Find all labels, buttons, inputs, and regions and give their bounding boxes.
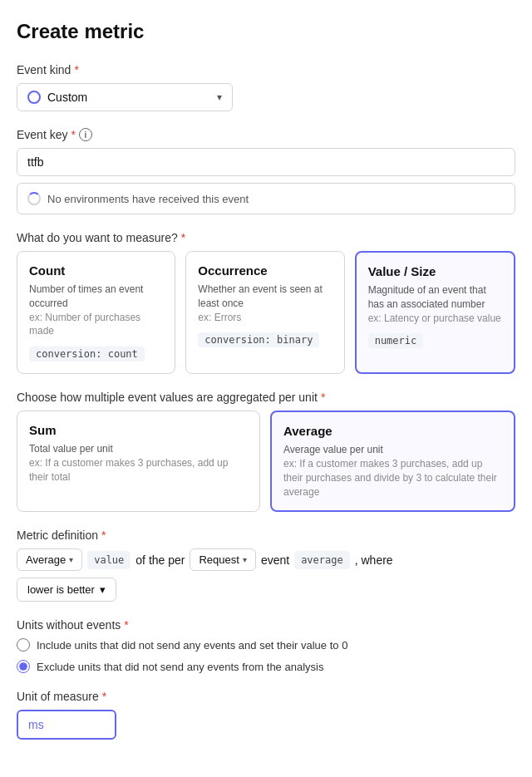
metric-definition-section: Metric definition * Average ▾ value of t… xyxy=(17,529,515,602)
event-kind-value: Custom xyxy=(47,91,87,104)
measure-label: What do you want to measure? * xyxy=(17,231,515,244)
event-kind-label: Event kind * xyxy=(17,63,515,76)
value-code: value xyxy=(87,551,131,569)
required-marker-5: * xyxy=(101,529,106,542)
event-text: event xyxy=(261,553,289,567)
page-title: Create metric xyxy=(17,20,515,43)
where-text: , where xyxy=(355,553,393,567)
event-key-section: Event key * i No environments have recei… xyxy=(17,128,515,214)
event-kind-dropdown[interactable]: Custom ▾ xyxy=(17,83,233,111)
event-key-input[interactable] xyxy=(17,148,515,176)
average-badge: average xyxy=(294,551,350,569)
radio-exclude-input[interactable] xyxy=(17,660,30,673)
lower-is-better-row: lower is better ▾ xyxy=(17,578,515,602)
lower-is-better-select[interactable]: lower is better ▾ xyxy=(17,578,116,602)
required-marker-7: * xyxy=(102,690,106,703)
chevron-down-icon-3: ▾ xyxy=(243,555,247,564)
chevron-down-icon-4: ▾ xyxy=(100,583,106,596)
required-marker-2: * xyxy=(71,128,75,141)
spinner-icon xyxy=(27,192,41,205)
unit-of-measure-label: Unit of measure * xyxy=(17,690,515,703)
units-without-events-section: Units without events * Include units tha… xyxy=(17,618,515,673)
aggregation-label: Choose how multiple event values are agg… xyxy=(17,391,515,404)
units-without-events-label: Units without events * xyxy=(17,618,515,632)
of-the-per-text: of the per xyxy=(135,553,185,567)
aggregation-cards: Sum Total value per unit ex: If a custom… xyxy=(17,411,515,512)
measure-card-value-size[interactable]: Value / Size Magnitude of an event that … xyxy=(355,251,515,374)
required-marker: * xyxy=(74,63,78,76)
unit-of-measure-section: Unit of measure * xyxy=(17,690,515,740)
event-key-label: Event key * i xyxy=(17,128,515,141)
measure-section: What do you want to measure? * Count Num… xyxy=(17,231,515,374)
measure-card-occurrence[interactable]: Occurrence Whether an event is seen at l… xyxy=(185,251,344,374)
info-icon[interactable]: i xyxy=(79,128,92,141)
radio-group-units: Include units that did not send any even… xyxy=(17,638,515,673)
chevron-down-icon: ▾ xyxy=(217,91,222,103)
metric-definition-label: Metric definition * xyxy=(17,529,515,542)
required-marker-4: * xyxy=(321,391,325,404)
no-events-notice: No environments have received this event xyxy=(17,183,515,214)
measure-cards: Count Number of times an event occurred … xyxy=(17,251,515,374)
event-kind-section: Event kind * Custom ▾ xyxy=(17,63,515,111)
unit-of-measure-input[interactable] xyxy=(17,710,116,740)
unit-select[interactable]: Request ▾ xyxy=(190,548,255,571)
radio-include[interactable]: Include units that did not send any even… xyxy=(17,638,515,652)
aggregation-type-select[interactable]: Average ▾ xyxy=(17,548,82,571)
agg-card-sum[interactable]: Sum Total value per unit ex: If a custom… xyxy=(17,411,260,512)
custom-icon xyxy=(27,91,41,104)
radio-exclude[interactable]: Exclude units that did not send any even… xyxy=(17,660,515,673)
aggregation-section: Choose how multiple event values are agg… xyxy=(17,391,515,512)
required-marker-3: * xyxy=(181,231,185,244)
chevron-down-icon-2: ▾ xyxy=(69,555,73,564)
required-marker-6: * xyxy=(124,618,128,632)
measure-card-count[interactable]: Count Number of times an event occurred … xyxy=(17,251,175,374)
radio-include-input[interactable] xyxy=(17,638,30,652)
metric-definition-row: Average ▾ value of the per Request ▾ eve… xyxy=(17,548,515,571)
agg-card-average[interactable]: Average Average value per unit ex: If a … xyxy=(270,411,515,512)
